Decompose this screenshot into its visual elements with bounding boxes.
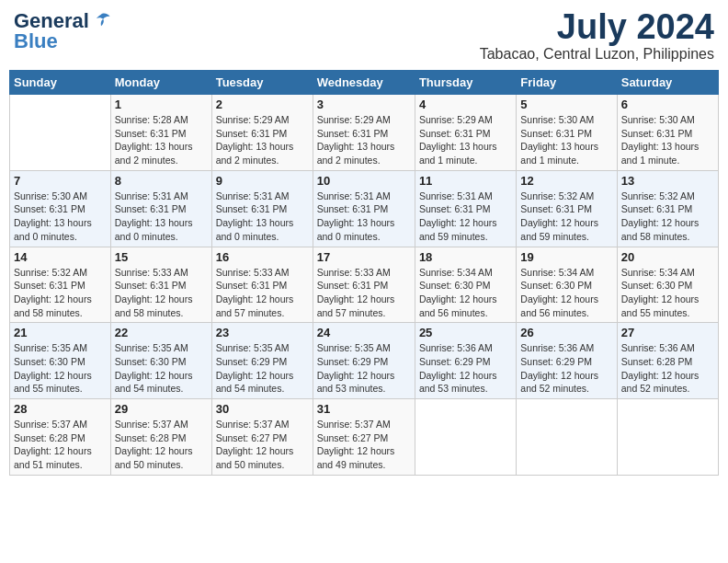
day-info: Sunrise: 5:34 AMSunset: 6:30 PMDaylight:…: [520, 266, 612, 320]
day-info: Sunrise: 5:29 AMSunset: 6:31 PMDaylight:…: [317, 113, 411, 167]
day-number: 30: [216, 402, 309, 416]
calendar-cell: 18Sunrise: 5:34 AMSunset: 6:30 PMDayligh…: [415, 247, 516, 323]
calendar-cell: 1Sunrise: 5:28 AMSunset: 6:31 PMDaylight…: [110, 95, 211, 171]
day-number: 20: [621, 250, 714, 264]
calendar-cell: 12Sunrise: 5:32 AMSunset: 6:31 PMDayligh…: [517, 170, 617, 247]
day-info: Sunrise: 5:36 AMSunset: 6:29 PMDaylight:…: [520, 341, 612, 396]
calendar-cell: [617, 399, 718, 476]
logo: General Blue: [14, 9, 111, 53]
calendar-cell: 2Sunrise: 5:29 AMSunset: 6:31 PMDaylight…: [211, 95, 313, 171]
calendar-week-2: 7Sunrise: 5:30 AMSunset: 6:31 PMDaylight…: [10, 170, 719, 247]
day-number: 10: [317, 174, 411, 188]
calendar-cell: [517, 399, 617, 476]
calendar-cell: 4Sunrise: 5:29 AMSunset: 6:31 PMDaylight…: [415, 95, 516, 171]
main-title: July 2024: [480, 9, 714, 44]
calendar-cell: 16Sunrise: 5:33 AMSunset: 6:31 PMDayligh…: [211, 247, 313, 323]
page-header: General Blue July 2024 Tabacao, Central …: [9, 9, 719, 63]
day-info: Sunrise: 5:35 AMSunset: 6:30 PMDaylight:…: [115, 341, 208, 396]
day-info: Sunrise: 5:30 AMSunset: 6:31 PMDaylight:…: [621, 113, 714, 167]
day-info: Sunrise: 5:32 AMSunset: 6:31 PMDaylight:…: [520, 190, 612, 244]
calendar-header-row: SundayMondayTuesdayWednesdayThursdayFrid…: [10, 71, 719, 95]
calendar-header-saturday: Saturday: [617, 71, 718, 95]
calendar-week-3: 14Sunrise: 5:32 AMSunset: 6:31 PMDayligh…: [10, 247, 719, 323]
calendar-week-1: 1Sunrise: 5:28 AMSunset: 6:31 PMDaylight…: [10, 95, 719, 171]
calendar-header-monday: Monday: [110, 71, 211, 95]
calendar-cell: 10Sunrise: 5:31 AMSunset: 6:31 PMDayligh…: [313, 170, 415, 247]
day-number: 7: [14, 174, 107, 188]
day-info: Sunrise: 5:33 AMSunset: 6:31 PMDaylight:…: [216, 266, 309, 320]
day-info: Sunrise: 5:34 AMSunset: 6:30 PMDaylight:…: [621, 266, 714, 320]
calendar-header-friday: Friday: [517, 71, 617, 95]
day-info: Sunrise: 5:28 AMSunset: 6:31 PMDaylight:…: [115, 113, 208, 167]
day-number: 28: [14, 402, 107, 416]
day-info: Sunrise: 5:31 AMSunset: 6:31 PMDaylight:…: [216, 190, 309, 244]
day-number: 23: [216, 326, 309, 339]
calendar-week-4: 21Sunrise: 5:35 AMSunset: 6:30 PMDayligh…: [10, 323, 719, 399]
calendar-cell: 20Sunrise: 5:34 AMSunset: 6:30 PMDayligh…: [617, 247, 718, 323]
day-info: Sunrise: 5:33 AMSunset: 6:31 PMDaylight:…: [317, 266, 411, 320]
day-number: 13: [621, 174, 714, 188]
day-info: Sunrise: 5:30 AMSunset: 6:31 PMDaylight:…: [14, 190, 107, 244]
calendar-header-sunday: Sunday: [10, 71, 111, 95]
day-number: 1: [115, 98, 208, 111]
calendar-week-5: 28Sunrise: 5:37 AMSunset: 6:28 PMDayligh…: [10, 399, 719, 476]
calendar-cell: 17Sunrise: 5:33 AMSunset: 6:31 PMDayligh…: [313, 247, 415, 323]
calendar-cell: 31Sunrise: 5:37 AMSunset: 6:27 PMDayligh…: [313, 399, 415, 476]
day-number: 6: [621, 98, 714, 111]
calendar-header-wednesday: Wednesday: [313, 71, 415, 95]
calendar-cell: 22Sunrise: 5:35 AMSunset: 6:30 PMDayligh…: [110, 323, 211, 399]
calendar-cell: [10, 95, 111, 171]
calendar-cell: 27Sunrise: 5:36 AMSunset: 6:28 PMDayligh…: [617, 323, 718, 399]
day-number: 24: [317, 326, 411, 339]
day-number: 21: [14, 326, 107, 339]
day-info: Sunrise: 5:32 AMSunset: 6:31 PMDaylight:…: [14, 266, 107, 320]
calendar-cell: 23Sunrise: 5:35 AMSunset: 6:29 PMDayligh…: [211, 323, 313, 399]
calendar-table: SundayMondayTuesdayWednesdayThursdayFrid…: [9, 70, 719, 476]
calendar-cell: 7Sunrise: 5:30 AMSunset: 6:31 PMDaylight…: [10, 170, 111, 247]
day-info: Sunrise: 5:35 AMSunset: 6:30 PMDaylight:…: [14, 341, 107, 396]
day-info: Sunrise: 5:29 AMSunset: 6:31 PMDaylight:…: [419, 113, 512, 167]
calendar-cell: [415, 399, 516, 476]
calendar-cell: 24Sunrise: 5:35 AMSunset: 6:29 PMDayligh…: [313, 323, 415, 399]
logo-bird-icon: [91, 11, 111, 31]
day-info: Sunrise: 5:31 AMSunset: 6:31 PMDaylight:…: [317, 190, 411, 244]
day-number: 18: [419, 250, 512, 264]
calendar-cell: 30Sunrise: 5:37 AMSunset: 6:27 PMDayligh…: [211, 399, 313, 476]
calendar-cell: 21Sunrise: 5:35 AMSunset: 6:30 PMDayligh…: [10, 323, 111, 399]
day-info: Sunrise: 5:36 AMSunset: 6:29 PMDaylight:…: [419, 341, 512, 396]
day-number: 9: [216, 174, 309, 188]
day-number: 12: [520, 174, 612, 188]
day-number: 29: [115, 402, 208, 416]
calendar-cell: 9Sunrise: 5:31 AMSunset: 6:31 PMDaylight…: [211, 170, 313, 247]
calendar-cell: 8Sunrise: 5:31 AMSunset: 6:31 PMDaylight…: [110, 170, 211, 247]
day-number: 17: [317, 250, 411, 264]
calendar-cell: 3Sunrise: 5:29 AMSunset: 6:31 PMDaylight…: [313, 95, 415, 171]
day-info: Sunrise: 5:35 AMSunset: 6:29 PMDaylight:…: [317, 341, 411, 396]
calendar-cell: 11Sunrise: 5:31 AMSunset: 6:31 PMDayligh…: [415, 170, 516, 247]
calendar-cell: 28Sunrise: 5:37 AMSunset: 6:28 PMDayligh…: [10, 399, 111, 476]
day-number: 8: [115, 174, 208, 188]
day-info: Sunrise: 5:36 AMSunset: 6:28 PMDaylight:…: [621, 341, 714, 396]
day-info: Sunrise: 5:37 AMSunset: 6:27 PMDaylight:…: [216, 418, 309, 472]
day-info: Sunrise: 5:31 AMSunset: 6:31 PMDaylight:…: [419, 190, 512, 244]
calendar-cell: 25Sunrise: 5:36 AMSunset: 6:29 PMDayligh…: [415, 323, 516, 399]
day-number: 11: [419, 174, 512, 188]
calendar-cell: 5Sunrise: 5:30 AMSunset: 6:31 PMDaylight…: [517, 95, 617, 171]
day-number: 25: [419, 326, 512, 339]
day-info: Sunrise: 5:37 AMSunset: 6:27 PMDaylight:…: [317, 418, 411, 472]
calendar-cell: 14Sunrise: 5:32 AMSunset: 6:31 PMDayligh…: [10, 247, 111, 323]
subtitle: Tabacao, Central Luzon, Philippines: [480, 46, 714, 63]
day-number: 14: [14, 250, 107, 264]
day-number: 31: [317, 402, 411, 416]
calendar-header-tuesday: Tuesday: [211, 71, 313, 95]
day-info: Sunrise: 5:33 AMSunset: 6:31 PMDaylight:…: [115, 266, 208, 320]
calendar-cell: 13Sunrise: 5:32 AMSunset: 6:31 PMDayligh…: [617, 170, 718, 247]
day-number: 16: [216, 250, 309, 264]
day-number: 15: [115, 250, 208, 264]
title-section: July 2024 Tabacao, Central Luzon, Philip…: [480, 9, 714, 63]
day-number: 4: [419, 98, 512, 111]
day-info: Sunrise: 5:34 AMSunset: 6:30 PMDaylight:…: [419, 266, 512, 320]
day-number: 5: [520, 98, 612, 111]
day-number: 19: [520, 250, 612, 264]
day-info: Sunrise: 5:30 AMSunset: 6:31 PMDaylight:…: [520, 113, 612, 167]
